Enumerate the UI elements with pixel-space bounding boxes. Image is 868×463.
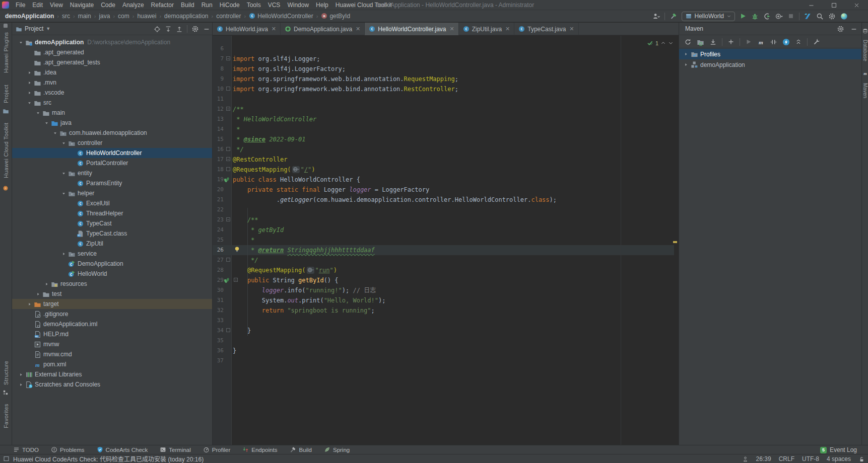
wrench-icon[interactable] (813, 38, 820, 46)
profiler-run-icon[interactable] (763, 13, 771, 20)
code-line[interactable]: 14 * (213, 124, 679, 134)
debug-bug-icon[interactable] (751, 13, 759, 20)
chevron-collapsed-icon[interactable] (61, 251, 66, 257)
chevron-collapsed-icon[interactable] (18, 382, 24, 388)
menu-edit[interactable]: Edit (29, 0, 46, 10)
chevron-down-icon[interactable] (668, 40, 674, 46)
collapse-maven-icon[interactable] (795, 38, 802, 45)
status-message[interactable]: Huawei Cloud CodeArts Check: 代码检查工具已成功安装… (0, 454, 204, 463)
tree-item-mvn[interactable]: .mvn (12, 78, 212, 88)
breadcrumb-item-com[interactable]: com (117, 13, 130, 20)
close-icon[interactable]: ✕ (356, 26, 360, 32)
tree-item-typecast-class[interactable]: 01TypeCast.class (12, 228, 212, 239)
refresh-icon[interactable] (684, 38, 692, 46)
tree-item-controller[interactable]: controller (12, 138, 212, 148)
tree-item-target[interactable]: target (12, 299, 212, 309)
download-icon[interactable] (709, 38, 717, 46)
maven-tree-item-profiles[interactable]: Profiles (679, 49, 861, 59)
hector-icon[interactable] (742, 456, 749, 462)
database-icon[interactable] (862, 28, 868, 34)
skip-tests-icon[interactable] (770, 38, 777, 46)
fold-marker[interactable] (226, 107, 230, 111)
run-play-icon[interactable] (740, 13, 747, 20)
tree-item-service[interactable]: service (12, 249, 212, 259)
window-maximize-button[interactable] (823, 0, 845, 10)
menu-code[interactable]: Code (97, 0, 119, 10)
menu-build[interactable]: Build (177, 0, 198, 10)
code-line[interactable]: 9import org.springframework.web.bind.ann… (213, 74, 679, 84)
url-mapping-hint[interactable] (307, 267, 314, 274)
chevron-expanded-icon[interactable] (27, 100, 32, 106)
toolwindow-button-database[interactable]: Database (862, 37, 868, 63)
breadcrumb-item-getbyid[interactable]: mgetById (320, 13, 351, 20)
status-widget-utf-8[interactable]: UTF-8 (802, 455, 819, 462)
play-grey-icon[interactable] (745, 38, 752, 45)
chevron-collapsed-icon[interactable] (44, 281, 49, 287)
stop-disabled-icon[interactable] (787, 13, 794, 20)
code-line[interactable]: 27 */ (213, 255, 679, 265)
code-line[interactable]: 18@RequestMapping("/") (213, 165, 679, 175)
toolwindow-button-profiler[interactable]: Profiler (203, 446, 230, 453)
code-line[interactable]: 11 (213, 94, 679, 104)
tree-item-scratches-and-consoles[interactable]: Scratches and Consoles (12, 379, 212, 390)
chevron-expanded-icon[interactable] (44, 120, 49, 126)
code-line[interactable]: 21 .getLogger(com.huawei.demoapplication… (213, 195, 679, 205)
toolwindow-button-problems[interactable]: Problems (51, 446, 85, 453)
tree-item-main[interactable]: main (12, 108, 212, 118)
tree-item-idea[interactable]: .idea (12, 67, 212, 78)
spring-bean-icon[interactable] (223, 277, 230, 284)
toolwindow-button-endpoints[interactable]: Endpoints (242, 446, 277, 453)
tree-item-demoapplication[interactable]: CDemoApplication (12, 259, 212, 269)
editor-tab-ziputil-java[interactable]: CZipUtil.java✕ (459, 23, 515, 35)
lightning-icon[interactable] (782, 38, 790, 46)
locate-icon[interactable] (154, 26, 161, 33)
settings-gear-icon[interactable] (191, 25, 199, 33)
tree-item-com-huawei-demoapplication[interactable]: com.huawei.demoapplication (12, 128, 212, 138)
window-minimize-button[interactable] (800, 0, 823, 10)
settings-gear-icon[interactable] (837, 25, 844, 33)
tree-item-typecast[interactable]: CTypeCast (12, 218, 212, 228)
code-line[interactable]: 24 * getById (213, 225, 679, 235)
menu-hicode[interactable]: HiCode (216, 0, 243, 10)
code-line[interactable]: 6 (213, 44, 679, 54)
collapse-all-icon[interactable] (176, 26, 183, 33)
code-line[interactable]: 31 System.out.print("Hello, World!"); (213, 295, 679, 305)
search-icon[interactable] (816, 13, 824, 20)
tree-item-mvnw[interactable]: mvnw (12, 339, 212, 349)
chevron-collapsed-icon[interactable] (27, 90, 32, 96)
huawei-sphere-icon[interactable] (840, 13, 848, 20)
tree-item-demoapplication-iml[interactable]: demoApplication.iml (12, 319, 212, 329)
sync-folder-icon[interactable] (697, 38, 704, 46)
chevron-collapsed-icon[interactable] (683, 51, 689, 57)
code-line[interactable]: 20 private static final Logger logger = … (213, 185, 679, 195)
toolwindow-button-terminal[interactable]: Terminal (160, 446, 190, 453)
maven-panel-header[interactable]: Maven (679, 23, 861, 35)
code-line[interactable]: 32 return "springboot is running"; (213, 305, 679, 316)
fold-marker[interactable] (226, 157, 230, 161)
structure-toolwindow-icon[interactable] (3, 390, 9, 396)
build-hammer-icon[interactable] (670, 13, 677, 20)
code-line[interactable]: 12/** (213, 104, 679, 114)
tree-item-src[interactable]: src (12, 98, 212, 108)
fold-marker[interactable] (226, 167, 230, 171)
chevron-collapsed-icon[interactable] (27, 301, 32, 307)
code-line[interactable]: 13 * HelloWorldController (213, 114, 679, 124)
error-stripe-mark[interactable] (673, 241, 677, 243)
editor-tab-helloworldcontroller-java[interactable]: CHelloWorldController.java✕ (365, 23, 458, 35)
tree-item-threadhelper[interactable]: CThreadHelper (12, 208, 212, 218)
event-log-button[interactable]: 5 Event Log (820, 445, 857, 454)
code-line[interactable]: 26 * @return Stringqghhjjhhhttttddaaf (213, 245, 679, 255)
menu-run[interactable]: Run (198, 0, 216, 10)
run-configuration-select[interactable]: HelloWorld (682, 12, 735, 21)
code-line[interactable]: 15 * @since 2022-09-01 (213, 134, 679, 144)
fold-marker[interactable] (226, 56, 230, 60)
orange-dot-icon[interactable] (3, 185, 9, 191)
tree-item-apt-generated[interactable]: .apt_generated (12, 47, 212, 57)
close-icon[interactable]: ✕ (569, 26, 574, 32)
status-widget-crlf[interactable]: CRLF (779, 455, 794, 462)
fold-marker[interactable] (226, 328, 230, 332)
code-line[interactable]: 29 public String getById() { (213, 275, 679, 285)
code-line[interactable]: 35 (213, 336, 679, 346)
tree-item-vscode[interactable]: .vscode (12, 88, 212, 98)
settings-gear-icon[interactable] (828, 13, 836, 20)
